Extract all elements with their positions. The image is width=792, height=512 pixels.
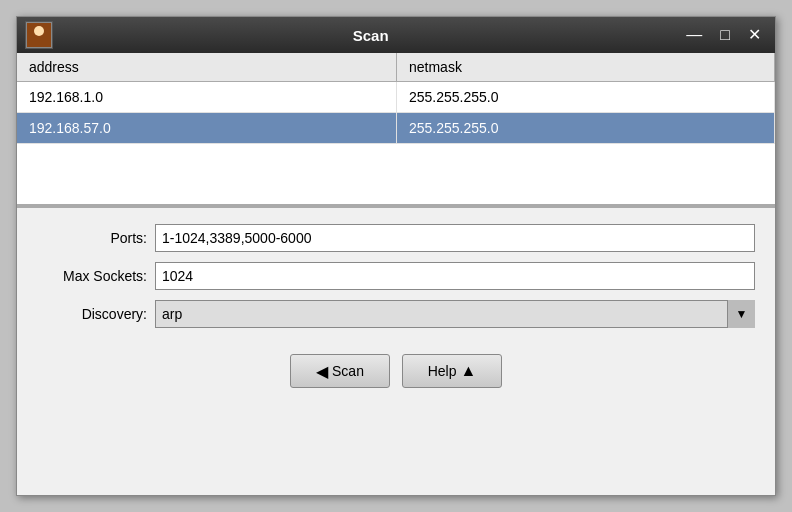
maximize-button[interactable]: □ [714, 25, 736, 45]
address-cell: 192.168.1.0 [17, 82, 397, 112]
table-empty-area [17, 144, 775, 204]
discovery-select-wrapper: arp ping none ▼ [155, 300, 755, 328]
app-icon [25, 21, 53, 49]
window-controls: — □ ✕ [680, 25, 767, 45]
netmask-cell: 255.255.255.0 [397, 82, 775, 112]
help-button[interactable]: Help ▲ [402, 354, 502, 388]
scan-options-form: Ports: Max Sockets: Discovery: arp ping … [17, 206, 775, 340]
table-body: 192.168.1.0 255.255.255.0 192.168.57.0 2… [17, 82, 775, 204]
max-sockets-row: Max Sockets: [37, 262, 755, 290]
close-button[interactable]: ✕ [742, 25, 767, 45]
action-buttons: ◀ Scan Help ▲ [17, 340, 775, 404]
table-row[interactable]: 192.168.57.0 255.255.255.0 [17, 113, 775, 144]
main-window: Scan — □ ✕ address netmask 192.168.1.0 2… [16, 16, 776, 496]
table-row[interactable]: 192.168.1.0 255.255.255.0 [17, 82, 775, 113]
svg-rect-2 [31, 37, 47, 45]
discovery-label: Discovery: [37, 306, 147, 322]
help-icon: ▲ [460, 362, 476, 380]
scan-button[interactable]: ◀ Scan [290, 354, 390, 388]
max-sockets-label: Max Sockets: [37, 268, 147, 284]
ports-label: Ports: [37, 230, 147, 246]
discovery-row: Discovery: arp ping none ▼ [37, 300, 755, 328]
window-title: Scan [61, 27, 680, 44]
scan-icon: ◀ [316, 362, 328, 381]
minimize-button[interactable]: — [680, 25, 708, 45]
address-column-header: address [17, 53, 397, 81]
max-sockets-input[interactable] [155, 262, 755, 290]
title-bar: Scan — □ ✕ [17, 17, 775, 53]
network-table: address netmask 192.168.1.0 255.255.255.… [17, 53, 775, 206]
ports-input[interactable] [155, 224, 755, 252]
netmask-column-header: netmask [397, 53, 775, 81]
ports-row: Ports: [37, 224, 755, 252]
window-body: address netmask 192.168.1.0 255.255.255.… [17, 53, 775, 495]
address-cell: 192.168.57.0 [17, 113, 397, 143]
netmask-cell: 255.255.255.0 [397, 113, 775, 143]
discovery-select[interactable]: arp ping none [155, 300, 755, 328]
svg-point-1 [34, 26, 44, 36]
table-header: address netmask [17, 53, 775, 82]
